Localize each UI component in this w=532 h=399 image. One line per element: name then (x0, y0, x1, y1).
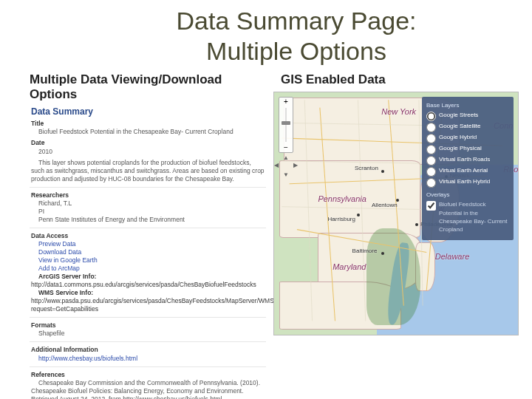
addl-label: Additional Information (31, 346, 98, 353)
divider (30, 341, 266, 342)
radio-ve-aerial[interactable] (426, 167, 436, 177)
researchers-name: Richard, T.L (38, 200, 72, 207)
checkbox-biofuel-overlay[interactable] (426, 201, 436, 211)
label-harrisburg: Harrisburg (328, 216, 355, 222)
layer-google-satellite[interactable]: Google Satellite (426, 122, 509, 132)
divider (30, 317, 266, 318)
wms-info: WMS Service Info: http://www.pasda.psu.e… (31, 289, 296, 313)
label-baltimore: Baltimore (352, 248, 378, 254)
label-allentown: Allentown (372, 202, 398, 208)
layer-google-streets[interactable]: Google Streets (426, 111, 509, 121)
date-value: 2010 (38, 148, 52, 155)
map[interactable]: New York Pennsylvania New Maryland Delaw… (273, 92, 519, 335)
label-scranton: Scranton (355, 165, 378, 171)
arcgis-value: http://data1.commons.psu.edu/arcgis/serv… (31, 281, 256, 288)
pan-north-icon[interactable]: ▲ (283, 154, 289, 161)
left-subheading: Multiple Data Viewing/Download Options (30, 72, 266, 103)
arcgis-info: ArcGIS Server Info: http://data1.commons… (31, 273, 256, 288)
date-label: Date (31, 139, 44, 146)
data-summary-heading: Data Summary (31, 106, 266, 117)
layer-ve-hybrid[interactable]: Virtual Earth Hybrid (426, 177, 509, 188)
field-researchers: Researchers Richard, T.L PI Penn State I… (31, 191, 266, 224)
field-formats: Formats Shapefile (31, 321, 266, 338)
zoom-in-button[interactable]: + (279, 98, 293, 106)
refs-value: Chesapeake Bay Commission and the Common… (31, 379, 260, 399)
radio-google-hybrid[interactable] (426, 134, 436, 143)
arcgis-label: ArcGIS Server Info: (38, 273, 96, 280)
researchers-pi: PI (38, 208, 44, 215)
title-line-1: Data Summary Page: (176, 7, 416, 35)
zoom-thumb[interactable] (282, 121, 290, 125)
zoom-control: + − (279, 97, 293, 153)
slide: Data Summary Page: Multiple Options Mult… (0, 0, 532, 399)
right-subheading: GIS Enabled Data (281, 72, 519, 87)
radio-ve-roads[interactable] (426, 156, 436, 166)
pan-control: ▲ ▼ ◀ ▶ (276, 156, 296, 177)
wms-value: http://www.pasda.psu.edu/arcgis/services… (31, 297, 296, 313)
title-line-2: Multiple Options (206, 37, 386, 65)
zoom-slider[interactable] (279, 108, 293, 142)
radio-google-physical[interactable] (426, 145, 436, 154)
add-to-arcmap-link[interactable]: Add to ArcMap (38, 265, 80, 272)
base-layers-heading: Base Layers (426, 101, 509, 109)
label-de: Delaware (435, 252, 469, 261)
formats-value: Shapefile (38, 330, 64, 337)
preview-data-link[interactable]: Preview Data (38, 240, 76, 248)
overlays-heading: Overlays (426, 191, 509, 199)
label-pa: Pennsylvania (318, 194, 366, 203)
columns: Multiple Data Viewing/Download Options D… (30, 72, 519, 399)
title-label: Title (31, 120, 44, 127)
label-md: Maryland (332, 262, 366, 271)
divider (30, 187, 266, 188)
field-references: References Chesapeake Bay Commission and… (31, 371, 266, 399)
zoom-out-button[interactable]: − (279, 143, 293, 152)
download-data-link[interactable]: Download Data (38, 248, 81, 256)
layer-ve-roads[interactable]: Virtual Earth Roads (426, 155, 509, 166)
data-access-label: Data Access (31, 232, 68, 239)
wms-label: WMS Service Info: (38, 289, 93, 296)
divider (30, 228, 266, 228)
refs-label: References (31, 371, 65, 378)
radio-google-satellite[interactable] (426, 123, 436, 132)
label-ny: New York (381, 107, 416, 116)
overlay-biofuel[interactable]: Biofuel Feedstock Potential in the Chesa… (426, 200, 509, 233)
pan-east-icon[interactable]: ▶ (293, 162, 298, 168)
pan-south-icon[interactable]: ▼ (283, 171, 289, 178)
pan-west-icon[interactable]: ◀ (274, 162, 279, 168)
layer-google-physical[interactable]: Google Physical (426, 144, 509, 154)
layer-switcher: Base Layers Google Streets Google Satell… (422, 97, 514, 240)
left-column: Multiple Data Viewing/Download Options D… (30, 72, 266, 399)
addl-link[interactable]: http://www.chesbay.us/biofuels.html (38, 355, 137, 362)
radio-google-streets[interactable] (426, 112, 436, 121)
radio-ve-hybrid[interactable] (426, 178, 436, 188)
researchers-label: Researchers (31, 191, 69, 199)
layer-ve-aerial[interactable]: Virtual Earth Aerial (426, 166, 509, 177)
right-column: GIS Enabled Data (273, 72, 519, 399)
layer-google-hybrid[interactable]: Google Hybrid (426, 133, 509, 143)
field-description: This layer shows potential croplands for… (31, 159, 266, 183)
field-data-access: Data Access Preview Data Download Data V… (31, 232, 266, 313)
field-additional-info: Additional Information http://www.chesba… (31, 346, 266, 362)
biofuel-overlay (366, 228, 420, 325)
divider (30, 366, 266, 367)
slide-title: Data Summary Page: Multiple Options (74, 6, 519, 66)
view-google-earth-link[interactable]: View in Google Earth (38, 256, 98, 264)
field-title: Title Biofuel Feedstock Potential in the… (31, 120, 266, 136)
description-text: This layer shows potential croplands for… (31, 159, 265, 183)
researchers-org: Penn State Institutes of Energy and the … (38, 216, 185, 223)
field-date: Date 2010 (31, 139, 266, 155)
title-value: Biofuel Feedstock Potential in the Chesa… (38, 128, 233, 135)
formats-label: Formats (31, 321, 56, 329)
